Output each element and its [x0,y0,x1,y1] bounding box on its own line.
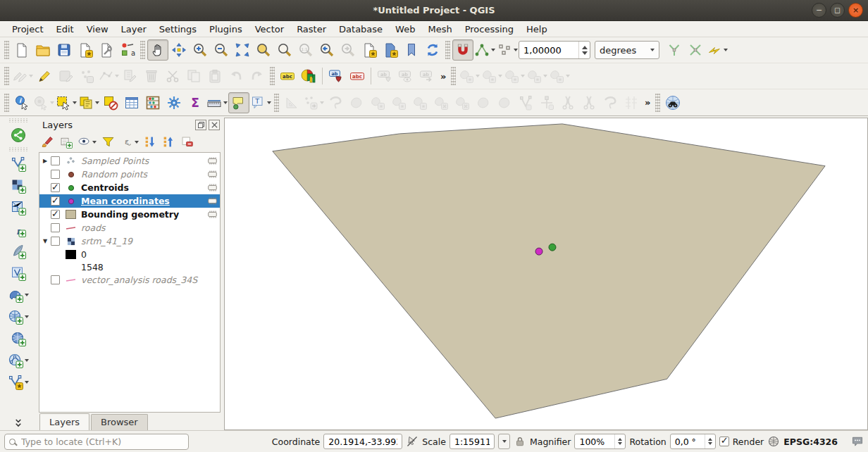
toolbar-handle[interactable] [4,67,9,85]
spin-arrows[interactable] [705,434,715,448]
menu-project[interactable]: Project [6,23,49,36]
add-postgis-layer-button[interactable] [6,284,31,306]
memory-layer-indicator-icon[interactable] [204,168,220,180]
add-wms-layer-button[interactable] [6,306,31,327]
menu-layer[interactable]: Layer [115,23,153,36]
coordinate-extent-toggle-icon[interactable] [406,435,418,448]
toolbar-handle[interactable] [270,67,275,85]
scale-combo[interactable] [450,434,495,449]
open-layer-styling-button[interactable] [41,135,54,149]
add-spatialite-layer-button[interactable] [6,240,31,262]
zoom-last-button[interactable] [316,39,337,61]
layer-checkbox[interactable] [51,170,60,179]
snapping-mode-button[interactable] [473,39,496,61]
menu-database[interactable]: Database [333,23,389,36]
memory-layer-indicator-icon[interactable] [204,155,220,167]
memory-layer-indicator-icon[interactable] [204,182,220,194]
select-features-button[interactable] [55,92,78,113]
add-group-button[interactable] [59,135,73,149]
spin-arrows[interactable] [578,42,590,58]
snapping-tolerance-spinbox[interactable] [519,41,590,59]
menu-raster[interactable]: Raster [290,23,333,36]
deselect-all-button[interactable] [100,92,121,113]
filter-by-expression-button[interactable] [120,135,139,149]
maximize-button[interactable]: ◻ [830,3,845,18]
snapping-units-combo[interactable]: degrees [595,41,659,59]
layer-row-bounding-geometry[interactable]: Bounding geometry [39,208,220,221]
toolbar-handle[interactable] [140,41,145,59]
highlight-labels-button[interactable] [347,65,368,87]
refresh-map-button[interactable] [422,39,443,61]
expand-arrow-icon[interactable]: ▶ [39,158,51,164]
tab-layers[interactable]: Layers [39,413,89,430]
toolbar-overflow-chevron[interactable]: » [642,97,653,108]
close-button[interactable]: × [848,3,863,18]
snapping-tolerance-input[interactable] [519,42,578,58]
toolbar-handle[interactable] [655,94,660,112]
layer-checkbox[interactable] [51,183,60,192]
rotation-input[interactable] [671,437,705,447]
layer-diagram-options-button[interactable] [298,65,319,87]
processing-toolbox-button[interactable] [163,92,185,113]
pan-map-button[interactable] [147,39,168,61]
new-project-button[interactable] [11,39,32,61]
locate-search[interactable] [4,434,189,450]
layer-row-roads[interactable]: roads [39,221,220,234]
add-virtual-layer-button[interactable] [6,262,31,284]
coordinate-box[interactable] [323,434,402,449]
layer-row-centroids[interactable]: Centroids [39,181,220,194]
menu-help[interactable]: Help [520,23,554,36]
toolbar-handle[interactable] [451,67,456,85]
layer-labeling-options-button[interactable] [277,65,298,87]
new-print-layout-button[interactable] [75,39,96,61]
zoom-in-button[interactable] [190,39,211,61]
measure-button[interactable] [206,92,228,113]
show-bookmarks-button[interactable] [401,39,422,61]
magnifier-spinbox[interactable] [574,434,626,449]
add-delimited-text-layer-button[interactable] [6,218,31,240]
magnifier-input[interactable] [575,437,614,447]
locate-input[interactable] [20,436,168,448]
layer-checkbox[interactable] [51,275,60,284]
dock-float-button[interactable] [195,120,206,130]
expand-all-button[interactable] [144,135,157,149]
osm-place-search-button[interactable] [662,92,683,113]
menu-plugins[interactable]: Plugins [203,23,249,36]
zoom-to-layer-button[interactable] [274,39,295,61]
add-vector-layer-button[interactable] [6,153,31,175]
tab-browser[interactable]: Browser [91,414,148,430]
menu-edit[interactable]: Edit [49,23,80,36]
identify-features-button[interactable] [11,92,32,113]
spin-arrows[interactable] [614,434,625,448]
show-layout-manager-button[interactable] [96,39,117,61]
toolbar-handle[interactable] [4,41,9,59]
log-messages-icon[interactable] [851,435,864,448]
zoom-out-button[interactable] [211,39,232,61]
memory-layer-indicator-icon[interactable] [204,208,220,220]
filter-legend-button[interactable] [101,135,115,149]
add-wfs-layer-button[interactable] [6,349,31,371]
zoom-to-selection-button[interactable] [253,39,274,61]
toolbar-overflow-chevron[interactable]: » [438,71,449,82]
pin-labels-button[interactable] [326,65,347,87]
open-attribute-table-button[interactable] [121,92,142,113]
layer-row-vector-analysis-roads[interactable]: vector_analysis roads_34S [39,273,220,287]
basic-statistics-button[interactable] [142,92,163,113]
enable-tracing-button[interactable] [706,39,728,61]
minimize-button[interactable]: − [812,3,826,18]
layer-checkbox[interactable] [51,237,60,246]
new-temporary-scratch-layer-button[interactable] [6,371,31,393]
menu-processing[interactable]: Processing [459,23,520,36]
remove-layer-button[interactable] [180,135,194,149]
map-tips-button[interactable] [228,92,249,113]
toolbar-handle[interactable] [445,41,450,59]
render-checkbox[interactable] [719,437,729,446]
layer-checkbox[interactable] [51,156,60,165]
open-project-button[interactable] [32,39,54,61]
lock-scale-icon[interactable] [514,435,526,448]
toolbar-handle[interactable] [274,94,279,112]
layer-row-mean-coordinates[interactable]: Mean coordinates [39,194,220,208]
select-by-value-button[interactable] [78,92,100,113]
snapping-self-button[interactable] [496,39,519,61]
new-map-view-button[interactable] [359,39,380,61]
